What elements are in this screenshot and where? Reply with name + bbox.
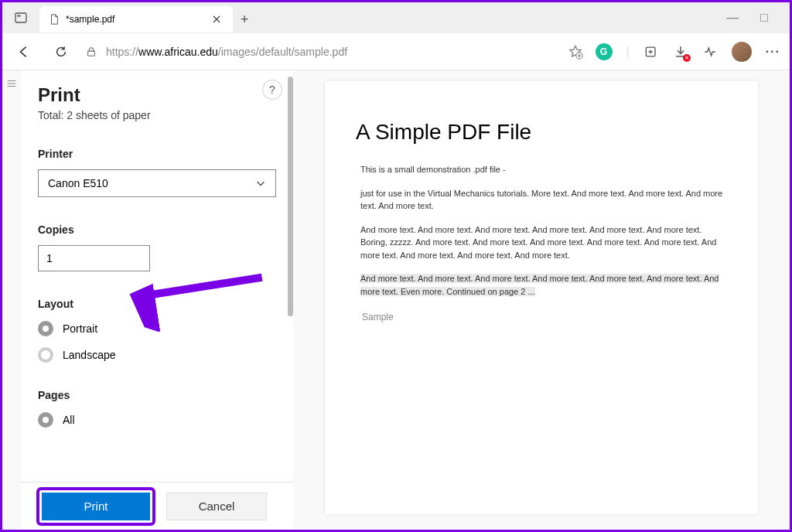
titlebar: *sample.pdf + — □ <box>2 2 790 33</box>
pdf-sidebar-toggle[interactable] <box>2 70 21 530</box>
browser-tab[interactable]: *sample.pdf <box>39 6 233 32</box>
copies-label: Copies <box>38 223 276 236</box>
radio-selected-icon <box>38 412 53 428</box>
more-icon[interactable]: ··· <box>766 45 780 59</box>
printer-select[interactable]: Canon E510 <box>38 169 276 197</box>
radio-icon <box>38 347 53 363</box>
print-dialog: ? Print Total: 2 sheets of paper Printer… <box>21 70 293 530</box>
grammarly-icon[interactable]: G <box>596 43 613 60</box>
svg-rect-0 <box>15 13 26 22</box>
url-text: https://www.africau.edu/images/default/s… <box>106 46 558 58</box>
preview-page: A Simple PDF File This is a small demons… <box>325 81 758 514</box>
doc-heading: A Simple PDF File <box>356 120 727 145</box>
downloads-icon[interactable]: ✕ <box>673 44 688 60</box>
doc-paragraph: just for use in the Virtual Mechanics tu… <box>360 187 727 213</box>
chevron-down-icon <box>255 178 266 189</box>
favorite-icon[interactable] <box>568 44 583 60</box>
tab-title: *sample.pdf <box>66 14 114 25</box>
print-preview: A Simple PDF File This is a small demons… <box>293 70 790 530</box>
svg-rect-2 <box>88 51 95 56</box>
printer-value: Canon E510 <box>48 177 108 189</box>
layout-portrait-option[interactable]: Portrait <box>38 321 276 336</box>
svg-rect-1 <box>18 15 21 17</box>
tab-actions-icon[interactable] <box>9 5 33 30</box>
copies-input[interactable] <box>38 245 150 271</box>
print-subtitle: Total: 2 sheets of paper <box>38 109 276 121</box>
file-icon <box>49 14 60 25</box>
layout-label: Layout <box>38 298 276 310</box>
doc-paragraph: And more text. And more text. And more t… <box>360 272 727 298</box>
collections-icon[interactable] <box>644 44 659 60</box>
new-tab-button[interactable]: + <box>233 7 257 32</box>
print-button[interactable]: Print <box>42 493 150 520</box>
url-field[interactable]: https://www.africau.edu/images/default/s… <box>86 44 583 60</box>
close-tab-icon[interactable] <box>210 12 224 26</box>
doc-sample-label: Sample <box>362 312 727 322</box>
maximize-button[interactable]: □ <box>760 11 768 25</box>
print-title: Print <box>38 84 276 106</box>
lock-icon <box>86 46 97 57</box>
address-bar: https://www.africau.edu/images/default/s… <box>2 33 790 70</box>
back-button[interactable] <box>12 39 36 64</box>
pages-all-option[interactable]: All <box>38 412 276 428</box>
doc-paragraph: This is a small demonstration .pdf file … <box>360 163 727 176</box>
help-button[interactable]: ? <box>262 80 282 100</box>
panel-scrollbar[interactable] <box>288 77 293 316</box>
pages-label: Pages <box>38 389 276 401</box>
doc-paragraph: And more text. And more text. And more t… <box>360 223 727 262</box>
layout-landscape-option[interactable]: Landscape <box>38 347 276 363</box>
radio-selected-icon <box>38 321 53 336</box>
refresh-button[interactable] <box>49 39 73 64</box>
annotation-highlight: Print <box>36 487 155 526</box>
printer-label: Printer <box>38 148 276 160</box>
performance-icon[interactable] <box>702 44 718 60</box>
cancel-button[interactable]: Cancel <box>166 493 267 520</box>
minimize-button[interactable]: — <box>726 11 739 25</box>
profile-avatar[interactable] <box>732 42 752 62</box>
